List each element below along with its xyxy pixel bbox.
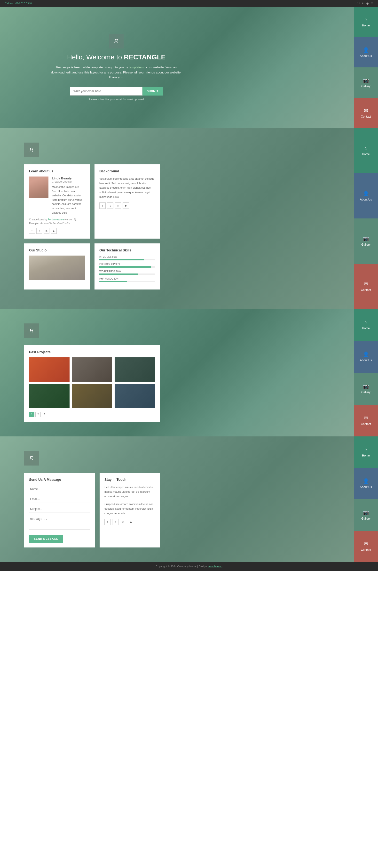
nav-home-2[interactable]: ⌂ Home [354, 128, 378, 173]
linkedin-icon-person[interactable]: in [44, 228, 49, 234]
nav-home-3[interactable]: ⌂ Home [354, 309, 378, 341]
person-link-note: Change icons by Font Awesome (version 4)… [29, 218, 85, 225]
twitter-icon-person[interactable]: t [36, 228, 42, 234]
page-btn-2[interactable]: 2 [35, 412, 41, 417]
twitter-icon-contact[interactable]: t [112, 519, 118, 525]
top-bar: Call us: 010 020 0340 f t in ◆ ☰ [0, 0, 378, 7]
linkedin-icon-top[interactable]: in [362, 2, 365, 5]
footer-text: Copyright © 2084 Company Name | Design: … [156, 565, 222, 568]
facebook-icon-contact[interactable]: f [104, 519, 111, 525]
pin-icon-bg[interactable]: ◆ [123, 203, 129, 209]
skill-wordpress: WORDPRESS 70% [99, 270, 155, 275]
nav-contact-1[interactable]: ✉ Contact [354, 98, 378, 128]
studio-card: Our Studio [24, 243, 90, 289]
stay-text-2: Suspendisse ornare solicitudin lectus no… [104, 502, 155, 516]
hero-section: R Hello, Welcome to RECTANGLE Rectangle … [0, 7, 378, 128]
background-card-title: Background [99, 169, 155, 173]
studio-image [29, 255, 85, 280]
skill-html-bar-bg [99, 259, 155, 260]
envelope-icon-4: ✉ [364, 541, 368, 547]
skill-php-label: PHP MySQL 50% [99, 277, 155, 280]
hero-content: R Hello, Welcome to RECTANGLE Rectangle … [48, 34, 184, 101]
person-face [29, 177, 48, 198]
nav-about-label-3: About Us [360, 359, 372, 362]
message-input[interactable] [29, 515, 90, 530]
person-desc: Most of the images are from Unsplash.com… [52, 185, 85, 215]
background-social-icons: f t in ◆ [99, 203, 155, 209]
home-icon-1: ⌂ [365, 17, 367, 22]
hero-title: Hello, Welcome to RECTANGLE [48, 53, 184, 61]
skills-card-title: Our Technical Skills [99, 248, 155, 252]
nav-home-1[interactable]: ⌂ Home [354, 7, 378, 37]
nav-gallery-1[interactable]: 📷 Gallery [354, 67, 378, 98]
about-row-1: Learn about us Linda Beauty Creative Dir… [24, 164, 160, 239]
send-message-button[interactable]: SEND MESSAGE [29, 535, 63, 542]
linkedin-icon-bg[interactable]: in [115, 203, 121, 209]
linkedin-icon-contact[interactable]: in [120, 519, 126, 525]
subject-input[interactable] [29, 505, 90, 513]
gallery-img-2[interactable] [72, 358, 112, 382]
skill-html-label: HTML CSS 80% [99, 255, 155, 258]
rss-icon-top[interactable]: ☰ [371, 2, 373, 5]
subscribe-note: Please subscribe your email for latest u… [48, 98, 184, 101]
page-btn-1[interactable]: 1 [29, 412, 34, 417]
templatemo-link-hero[interactable]: templatemo [129, 65, 145, 69]
person-social-icons: f t in ◆ [29, 228, 85, 234]
person-icon-2: 👤 [363, 191, 369, 196]
nav-about-label-1: About Us [360, 54, 372, 58]
twitter-icon-top[interactable]: t [359, 2, 360, 5]
nav-contact-2[interactable]: ✉ Contact [354, 264, 378, 309]
pin-icon-person[interactable]: ◆ [51, 228, 57, 234]
nav-about-1[interactable]: 👤 About Us [354, 37, 378, 67]
phone-number: 010 020 0340 [15, 2, 32, 5]
nav-contact-label-1: Contact [361, 115, 371, 118]
name-input[interactable] [29, 486, 90, 493]
person-row: Linda Beauty Creative Director Most of t… [29, 177, 85, 215]
stay-text-1: Sed ullamcorper, risus a tincidunt effic… [104, 485, 155, 498]
facebook-icon-top[interactable]: f [357, 2, 357, 5]
gallery-img-6[interactable] [114, 384, 155, 408]
templatemo-link-footer2[interactable]: templatemo [208, 565, 222, 568]
nav-home-label-2: Home [362, 153, 370, 156]
nav-gallery-2[interactable]: 📷 Gallery [354, 218, 378, 264]
person-icon-1: 👤 [363, 47, 369, 53]
page-btn-more[interactable]: ... [48, 412, 53, 417]
camera-icon-3: 📷 [363, 383, 369, 389]
nav-contact-3[interactable]: ✉ Contact [354, 405, 378, 437]
gallery-img-5[interactable] [72, 384, 112, 408]
nav-gallery-4[interactable]: 📷 Gallery [354, 499, 378, 531]
person-info: Linda Beauty Creative Director Most of t… [52, 177, 85, 215]
hero-email-input[interactable] [70, 87, 142, 96]
gallery-img-3[interactable] [114, 358, 155, 382]
email-input[interactable] [29, 495, 90, 503]
nav-gallery-label-2: Gallery [361, 243, 371, 246]
nav-contact-label-3: Contact [361, 422, 371, 426]
nav-about-label-2: About Us [360, 198, 372, 201]
gallery-section-wrap: R Past Projects 1 2 3 ... [0, 309, 378, 436]
nav-gallery-3[interactable]: 📷 Gallery [354, 373, 378, 405]
pin-icon-contact[interactable]: ◆ [128, 519, 134, 525]
gallery-img-1[interactable] [29, 358, 70, 382]
gallery-grid [29, 358, 155, 408]
skill-php-bar-bg [99, 281, 155, 282]
page-btn-3[interactable]: 3 [42, 412, 47, 417]
social-icons-top: f t in ◆ ☰ [357, 2, 373, 5]
nav-about-4[interactable]: 👤 About Us [354, 468, 378, 499]
learn-card-title: Learn about us [29, 169, 85, 173]
contact-grid: Send Us A Message SEND MESSAGE Stay In T… [24, 473, 160, 548]
gallery-img-4[interactable] [29, 384, 70, 408]
facebook-icon-person[interactable]: f [29, 228, 35, 234]
nav-gallery-label-1: Gallery [361, 85, 371, 88]
facebook-icon-bg[interactable]: f [99, 203, 106, 209]
nav-about-3[interactable]: 👤 About Us [354, 341, 378, 373]
nav-contact-4[interactable]: ✉ Contact [354, 531, 378, 562]
footer: Copyright © 2084 Company Name | Design: … [0, 562, 378, 571]
diamond-icon-top[interactable]: ◆ [366, 2, 369, 5]
font-awesome-link[interactable]: Font Awesome [48, 218, 64, 221]
nav-home-4[interactable]: ⌂ Home [354, 436, 378, 468]
nav-about-2[interactable]: 👤 About Us [354, 173, 378, 219]
twitter-icon-bg[interactable]: t [107, 203, 113, 209]
contact-info-card: Stay In Touch Sed ullamcorper, risus a t… [100, 473, 160, 548]
hero-submit-button[interactable]: SUBMIT [142, 87, 163, 96]
person-icon-4: 👤 [363, 478, 369, 484]
